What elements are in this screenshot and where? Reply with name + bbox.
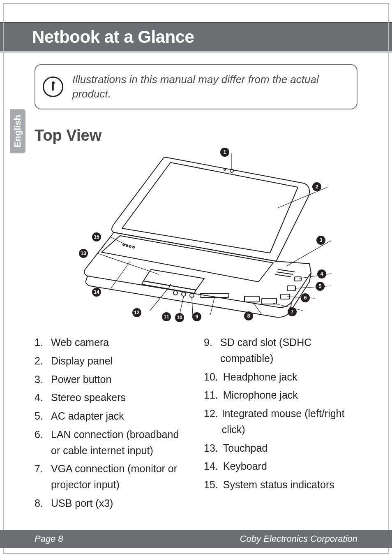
svg-line-20 — [295, 286, 331, 288]
svg-point-1 — [224, 169, 226, 170]
list-item: 5.AC adapter jack — [35, 408, 188, 424]
page-footer: Page 8 Coby Electronics Corporation — [0, 530, 392, 548]
list-item: 9.SD card slot (SDHC compatible) — [204, 334, 357, 367]
footer-page: Page 8 — [35, 534, 63, 544]
svg-line-30 — [110, 237, 129, 246]
list-item: 12.Integrated mouse (left/right click) — [204, 406, 357, 438]
svg-line-27 — [150, 288, 168, 311]
legend-right: 9.SD card slot (SDHC compatible) 10.Head… — [204, 334, 357, 514]
footer-company: Coby Electronics Corporation — [240, 534, 357, 544]
svg-line-18 — [286, 241, 331, 266]
svg-point-14 — [129, 246, 131, 247]
list-item: 7.VGA connection (monitor or projector i… — [35, 461, 188, 493]
svg-line-17 — [278, 187, 327, 208]
netbook-diagram: 1 2 3 4 5 6 7 8 9 10 11 12 13 14 15 — [35, 146, 357, 327]
svg-line-29 — [110, 261, 130, 290]
list-item: 1.Web camera — [35, 334, 188, 350]
svg-rect-10 — [262, 298, 277, 304]
page-content: i Illustrations in this manual may diffe… — [0, 53, 392, 514]
svg-rect-7 — [295, 277, 301, 281]
language-tab: English — [10, 109, 25, 153]
list-item: 8.USB port (x3) — [35, 495, 188, 511]
svg-line-25 — [192, 297, 193, 316]
parts-legend: 1.Web camera 2.Display panel 3.Power but… — [35, 334, 357, 514]
svg-point-5 — [182, 292, 186, 296]
page-header: Netbook at a Glance — [0, 22, 392, 53]
info-note: i Illustrations in this manual may diffe… — [35, 64, 357, 109]
legend-left: 1.Web camera 2.Display panel 3.Power but… — [35, 334, 188, 514]
list-item: 15.System status indicators — [204, 477, 357, 493]
svg-rect-11 — [244, 296, 259, 302]
svg-point-6 — [173, 291, 178, 295]
list-item: 4.Stereo speakers — [35, 390, 188, 406]
list-item: 6.LAN connection (broadband or cable int… — [35, 427, 188, 459]
svg-line-26 — [180, 296, 184, 315]
svg-point-12 — [123, 244, 125, 246]
list-item: 3.Power button — [35, 371, 188, 388]
list-item: 11.Microphone jack — [204, 387, 357, 403]
list-item: 10.Headphone jack — [204, 369, 357, 385]
svg-line-28 — [97, 253, 159, 274]
section-title: Top View — [35, 127, 357, 144]
info-icon: i — [43, 77, 63, 97]
svg-point-4 — [190, 293, 194, 297]
list-item: 2.Display panel — [35, 353, 188, 369]
page-title: Netbook at a Glance — [32, 27, 194, 47]
list-item: 13.Touchpad — [204, 440, 357, 456]
svg-rect-8 — [287, 286, 295, 291]
list-item: 14.Keyboard — [204, 458, 357, 474]
svg-line-19 — [299, 274, 332, 278]
info-note-text: Illustrations in this manual may differ … — [72, 72, 347, 101]
svg-point-15 — [133, 246, 134, 248]
